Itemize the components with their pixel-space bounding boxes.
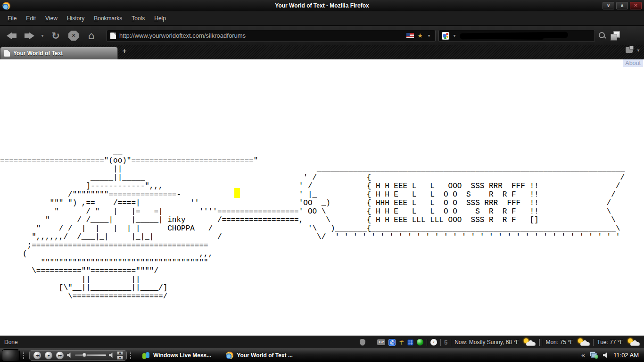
reload-button[interactable]: ↻ — [48, 29, 63, 43]
taskbar: ◀◀ ▶ ▶▶ ▣ ▼ Windows Live Mess... Your Wo… — [0, 348, 644, 362]
volume-low-icon — [67, 353, 72, 358]
search-engine-dropdown-icon[interactable]: ▾ — [452, 33, 457, 38]
network-icon[interactable] — [590, 352, 598, 359]
menu-history[interactable]: History — [62, 13, 89, 24]
tab-your-world-of-text[interactable]: Your World of Text — [0, 47, 118, 59]
volume-slider-knob[interactable] — [82, 353, 87, 357]
list-all-tabs-icon[interactable] — [626, 47, 633, 53]
maximize-button[interactable]: ∧ — [616, 2, 628, 9]
volume-slider[interactable] — [75, 354, 106, 356]
menu-tools[interactable]: Tools — [127, 13, 149, 24]
back-arrow-icon — [7, 32, 17, 40]
player-mini-buttons: ▣ ▼ — [117, 351, 123, 360]
minimize-button[interactable]: ∨ — [603, 2, 614, 9]
blue-at-addon-icon[interactable]: @ — [388, 339, 396, 346]
divider — [427, 339, 427, 346]
forward-arrow-icon — [25, 32, 34, 40]
about-link[interactable]: About — [623, 59, 643, 67]
tray-clock[interactable]: 11:02 AM — [613, 352, 639, 359]
window-titlebar[interactable]: Your World of Text - Mozilla Firefox ∨ ∧… — [0, 0, 644, 11]
partly-sunny-icon — [577, 338, 590, 346]
window-controls: ∨ ∧ ✕ — [603, 2, 642, 9]
redacted-search-text — [460, 32, 568, 39]
calculator-addon-icon[interactable] — [407, 339, 413, 346]
toolbar-grip[interactable] — [23, 352, 26, 359]
messenger-icon — [142, 352, 150, 359]
us-flag-icon — [406, 33, 414, 38]
text-cursor — [234, 188, 240, 198]
volume-high-icon — [109, 353, 114, 358]
url-input[interactable]: http://www.yourworldoftext.com/silkroadf… — [119, 32, 403, 39]
forward-button[interactable] — [22, 29, 37, 43]
tab-label: Your World of Text — [13, 50, 63, 57]
history-dropdown-button[interactable]: ▾ — [40, 33, 45, 38]
panels-icon[interactable] — [610, 31, 620, 41]
toolbar-grip[interactable] — [130, 352, 133, 359]
tab-bar: Your World of Text + ▾ — [0, 45, 644, 59]
window-title: Your World of Text - Mozilla Firefox — [0, 2, 644, 9]
speaker-icon[interactable] — [603, 352, 609, 358]
system-tray: « 11:02 AM — [581, 352, 642, 359]
player-dropdown-button[interactable]: ▼ — [117, 356, 123, 360]
search-go-icon[interactable] — [598, 31, 607, 41]
reload-icon: ↻ — [51, 30, 60, 41]
addon-shield-icon[interactable] — [360, 339, 365, 346]
weather-now[interactable]: Now: Mostly Sunny, 68 °F — [454, 339, 519, 346]
tray-collapse-chevrons[interactable]: « — [581, 352, 585, 359]
taskbar-item-label: Your World of Text ... — [237, 352, 293, 359]
text-canvas[interactable]: About __ ======================="(oo)"==… — [0, 59, 644, 336]
menu-bar: File Edit View History Bookmarks Tools H… — [0, 11, 644, 26]
new-tab-button[interactable]: + — [120, 46, 129, 56]
firefox-icon — [226, 352, 233, 359]
taskbar-item-firefox[interactable]: Your World of Text ... — [220, 349, 298, 361]
close-button[interactable]: ✕ — [630, 2, 642, 9]
timer-clock-icon[interactable]: ‹ — [430, 339, 437, 346]
url-bar[interactable]: http://www.yourworldoftext.com/silkroadf… — [107, 30, 436, 42]
google-search-engine-icon[interactable] — [442, 32, 449, 40]
player-restore-button[interactable]: ▣ — [117, 351, 123, 355]
stop-button[interactable]: ✕ — [66, 29, 81, 43]
media-player-toolbar: ◀◀ ▶ ▶▶ ▣ ▼ — [29, 350, 127, 361]
timer-count: 5 — [444, 339, 447, 346]
tabs-dropdown-icon[interactable]: ▾ — [636, 48, 641, 53]
weather-tuesday[interactable]: Tue: 77 °F — [597, 339, 623, 346]
home-icon: ⌂ — [88, 31, 95, 41]
menu-edit[interactable]: Edit — [21, 13, 41, 24]
green-orb-addon-icon[interactable] — [417, 339, 423, 346]
tab-favicon-icon — [4, 50, 10, 57]
page-load-status: Done — [4, 339, 18, 346]
divider — [440, 339, 441, 346]
status-bar: Done GP @ ☥ ‹ 5 Now: Mostly Sunny, 68 °F… — [0, 336, 644, 348]
search-bar[interactable]: ▾ — [438, 30, 595, 42]
menu-file[interactable]: File — [3, 13, 21, 24]
taskbar-item-messenger[interactable]: Windows Live Mess... — [136, 349, 217, 361]
menu-help[interactable]: Help — [149, 13, 171, 24]
home-button[interactable]: ⌂ — [84, 29, 99, 43]
divider — [451, 339, 451, 346]
rewind-button[interactable]: ◀◀ — [33, 351, 41, 360]
fast-forward-button[interactable]: ▶▶ — [56, 351, 64, 360]
partly-sunny-icon — [627, 338, 640, 346]
divider — [593, 339, 594, 346]
ascii-art-helicopter-hello-srf: __ ======================="(oo)"========… — [0, 148, 625, 301]
site-favicon-icon — [110, 33, 116, 39]
stop-icon: ✕ — [68, 31, 79, 41]
divider — [539, 339, 542, 346]
desktop: Your World of Text - Mozilla Firefox ∨ ∧… — [0, 0, 644, 362]
start-button[interactable] — [2, 349, 20, 362]
play-button[interactable]: ▶ — [44, 351, 53, 360]
partly-sunny-icon — [522, 338, 536, 346]
menu-view[interactable]: View — [41, 13, 62, 24]
ankh-addon-icon[interactable]: ☥ — [399, 339, 404, 346]
firefox-logo-icon — [2, 2, 10, 10]
gp-addon-icon[interactable]: GP — [377, 339, 385, 345]
menu-bookmarks[interactable]: Bookmarks — [89, 13, 127, 24]
taskbar-item-label: Windows Live Mess... — [153, 352, 211, 359]
bookmark-star-icon[interactable]: ★ — [417, 32, 423, 39]
weather-monday[interactable]: Mon: 75 °F — [545, 339, 573, 346]
url-dropdown-icon[interactable]: ▾ — [426, 33, 432, 38]
back-button[interactable] — [4, 29, 19, 43]
navigation-toolbar: ▾ ↻ ✕ ⌂ http://www.yourworldoftext.com/s… — [0, 26, 644, 45]
